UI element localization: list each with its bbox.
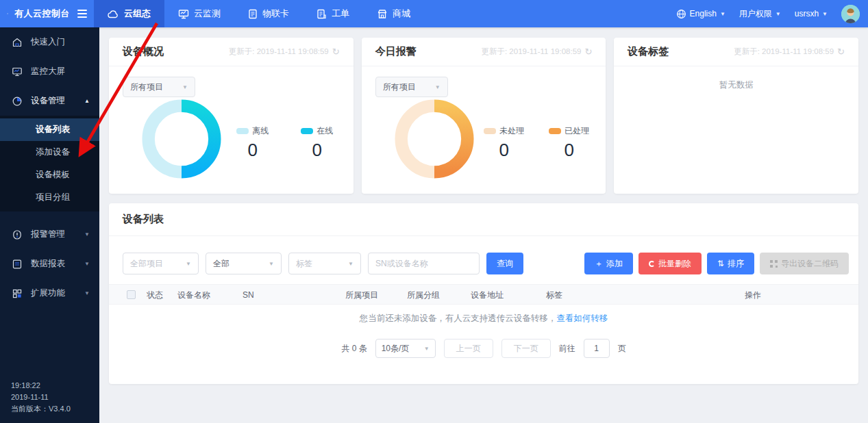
topnav-label: 商城 [393, 8, 410, 20]
sidebar-subitem-device-list[interactable]: 设备列表 [0, 118, 99, 141]
column-status: 状态 [147, 285, 163, 305]
column-address: 设备地址 [471, 285, 504, 305]
sidebar-subitem-project-group[interactable]: 项目分组 [0, 186, 99, 209]
export-qr-button[interactable]: 导出设备二维码 [760, 253, 849, 274]
page-size-select[interactable]: 10条/页 ▼ [375, 339, 436, 358]
chevron-down-icon: ▼ [720, 11, 726, 17]
cloud-icon [108, 9, 119, 19]
select-value: 所有项目 [130, 81, 163, 93]
query-button[interactable]: 查询 [486, 253, 523, 274]
topnav-item-mall[interactable]: 商城 [363, 0, 424, 27]
search-input[interactable] [368, 253, 480, 274]
refresh-icon[interactable]: ↻ [332, 47, 340, 57]
empty-state-text: 您当前还未添加设备，有人云支持透传云设备转移， [360, 313, 557, 323]
sidebar-item-label: 快速入门 [31, 36, 65, 48]
offline-count: 0 [247, 140, 257, 161]
home-icon [12, 37, 23, 48]
menu-toggle-icon[interactable] [77, 10, 87, 18]
select-all-checkbox[interactable] [127, 290, 136, 299]
card-device-tags: 设备标签 更新于: 2019-11-11 19:08:59 ↻ 暂无数据 [614, 38, 858, 194]
report-icon [12, 259, 23, 270]
project-filter-select[interactable]: 所有项目 ▼ [375, 77, 448, 97]
chevron-down-icon: ▼ [84, 290, 90, 296]
current-time: 19:18:22 [11, 380, 71, 392]
legend-label: 在线 [317, 125, 333, 137]
sidebar-subitem-label: 设备列表 [36, 125, 70, 134]
legend-label: 未处理 [499, 125, 524, 137]
filter-group-select[interactable]: 全部 ▼ [206, 253, 282, 274]
refresh-icon[interactable]: ↻ [584, 47, 592, 57]
column-group: 所属分组 [407, 285, 440, 305]
goto-suffix: 页 [618, 343, 626, 355]
column-tags: 标签 [546, 285, 562, 305]
chevron-down-icon: ▼ [435, 84, 441, 90]
legend-unprocessed: 未处理 0 [484, 125, 524, 161]
topnav-item-work-order[interactable]: 工单 [303, 0, 363, 27]
batch-delete-icon [649, 261, 655, 267]
legend-label: 离线 [252, 125, 269, 137]
legend-offline: 离线 0 [233, 125, 273, 161]
pie-chart-icon [12, 96, 23, 107]
sidebar-item-monitor-screen[interactable]: 监控大屏 [0, 57, 99, 86]
sidebar: 快速入门 监控大屏 设备管理 ▲ 设备列表 添加设备 设备模板 项目分组 [0, 27, 99, 423]
sidebar-subitem-label: 项目分组 [36, 192, 70, 202]
column-sn: SN [243, 285, 254, 305]
filter-tag-select[interactable]: 标签 ▼ [288, 253, 361, 274]
no-data-text: 暂无数据 [614, 79, 858, 91]
top-nav: 云组态 云监测 物联卡 工单 [94, 0, 424, 27]
project-filter-select[interactable]: 所有项目 ▼ [123, 77, 195, 97]
current-date: 2019-11-11 [11, 392, 71, 403]
chevron-down-icon: ▼ [822, 11, 828, 17]
chevron-down-icon: ▼ [186, 261, 191, 267]
batch-delete-button[interactable]: 批量删除 [638, 253, 702, 274]
work-order-icon [317, 9, 327, 19]
sidebar-subitem-label: 设备模板 [36, 170, 70, 179]
sidebar-item-label: 扩展功能 [31, 287, 65, 299]
chevron-down-icon: ▼ [424, 346, 430, 352]
user-dropdown[interactable]: usrsxh ▼ [795, 9, 828, 18]
topnav-label: 云组态 [124, 8, 151, 20]
button-label: 批量删除 [658, 258, 691, 270]
usr-logo-icon [7, 6, 8, 21]
alarm-status-donut-chart [395, 99, 474, 179]
topnav-label: 云监测 [194, 8, 221, 20]
chevron-down-icon: ▼ [182, 84, 188, 90]
pagination: 共 0 条 10条/页 ▼ 上一页 下一页 前往 页 [109, 339, 858, 358]
sidebar-item-data-report[interactable]: 数据报表 ▼ [0, 249, 99, 279]
topnav-item-cloud-scada[interactable]: 云组态 [94, 0, 164, 27]
topnav-item-cloud-monitor[interactable]: 云监测 [164, 0, 234, 27]
main-content: 设备概况 更新于: 2019-11-11 19:08:59 ↻ 所有项目 ▼ [99, 27, 868, 423]
next-page-button[interactable]: 下一页 [501, 339, 551, 358]
refresh-icon[interactable]: ↻ [837, 47, 845, 57]
sidebar-subitem-label: 添加设备 [36, 147, 70, 157]
sidebar-item-label: 报警管理 [31, 229, 65, 240]
select-value: 10条/页 [382, 343, 410, 355]
updated-at: 更新于: 2019-11-11 19:08:59 ↻ [481, 47, 592, 57]
button-label: 查询 [497, 258, 513, 270]
column-device-name: 设备名称 [177, 285, 210, 305]
language-label: English [690, 9, 717, 18]
card-title: 设备概况 [123, 45, 164, 58]
sort-icon: ⇅ [717, 259, 724, 268]
processed-count: 0 [565, 140, 574, 161]
sidebar-item-quick-start[interactable]: 快速入门 [0, 27, 99, 57]
prev-page-button[interactable]: 上一页 [444, 339, 493, 358]
goto-prefix: 前往 [559, 343, 575, 355]
how-to-transfer-link[interactable]: 查看如何转移 [556, 313, 608, 323]
topnav-item-iot-card[interactable]: 物联卡 [234, 0, 303, 27]
sidebar-item-alarm-management[interactable]: 报警管理 ▼ [0, 220, 99, 249]
card-title: 设备标签 [628, 45, 669, 58]
sidebar-subitem-device-template[interactable]: 设备模板 [0, 164, 99, 186]
language-dropdown[interactable]: English ▼ [676, 9, 726, 19]
permission-dropdown[interactable]: 用户权限 ▼ [739, 8, 781, 20]
add-button[interactable]: ＋ 添加 [584, 253, 633, 274]
sidebar-subitem-add-device[interactable]: 添加设备 [0, 141, 99, 164]
filter-project-select[interactable]: 全部项目 ▼ [123, 253, 199, 274]
goto-page-input[interactable] [584, 339, 610, 358]
sort-button[interactable]: ⇅ 排序 [707, 253, 754, 274]
legend-swatch [484, 128, 496, 134]
avatar[interactable] [841, 5, 860, 23]
sidebar-item-extensions[interactable]: 扩展功能 ▼ [0, 279, 99, 308]
plus-icon: ＋ [595, 258, 603, 270]
sidebar-item-device-management[interactable]: 设备管理 ▲ [0, 86, 99, 116]
